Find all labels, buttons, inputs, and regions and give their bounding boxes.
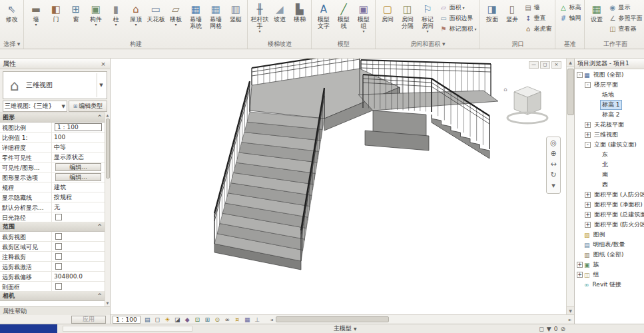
- property-input[interactable]: 1 : 100: [55, 123, 102, 131]
- property-section-header[interactable]: 范围^: [0, 222, 105, 232]
- area-boundary-button[interactable]: ▭面积边界: [438, 13, 478, 23]
- property-value[interactable]: 无: [52, 202, 105, 212]
- temp-view-icon[interactable]: ▦: [242, 316, 252, 324]
- render-icon[interactable]: ◆: [182, 316, 192, 324]
- edit-type-button[interactable]: ⊞ 编辑类型: [69, 101, 107, 112]
- stair-button[interactable]: ▙楼梯: [290, 1, 309, 39]
- steering-wheel-icon[interactable]: ◎: [550, 139, 557, 147]
- tree-item[interactable]: +三维视图: [575, 130, 644, 140]
- view-scale-button[interactable]: 1 : 100: [113, 316, 141, 324]
- scroll-left-icon[interactable]: ◄: [268, 317, 276, 322]
- tree-item[interactable]: 北: [575, 160, 644, 170]
- property-value[interactable]: [52, 252, 105, 261]
- property-value[interactable]: [52, 212, 105, 222]
- tree-item[interactable]: 西: [575, 180, 644, 190]
- tree-item[interactable]: 标高 2: [575, 110, 644, 120]
- show-workplane-button[interactable]: ◉显示: [607, 3, 643, 13]
- detail-level-icon[interactable]: ▤: [143, 316, 153, 324]
- property-value[interactable]: 304800.0: [52, 272, 105, 281]
- column-button[interactable]: ▮柱▾: [106, 1, 125, 39]
- property-section-header[interactable]: 相机^: [0, 292, 105, 301]
- railing-button[interactable]: ╫栏杆扶手▾: [250, 1, 269, 39]
- property-value[interactable]: [52, 242, 105, 251]
- restore-view-icon[interactable]: ◻: [540, 61, 550, 69]
- expand-icon[interactable]: +: [585, 132, 591, 138]
- shaft-button[interactable]: ▯竖井: [502, 1, 521, 39]
- tree-item[interactable]: 东: [575, 150, 644, 160]
- property-value[interactable]: [52, 232, 105, 241]
- sun-path-icon[interactable]: ☀: [162, 316, 172, 324]
- properties-help[interactable]: 属性帮助: [0, 306, 110, 315]
- lock-3d-icon[interactable]: ⊙: [212, 316, 222, 324]
- tag-area-button[interactable]: ⚑标记面积▾: [438, 24, 478, 34]
- select-toggle-icon[interactable]: ⊘: [560, 326, 565, 332]
- modify-cursor-button[interactable]: ⇖修改: [2, 1, 21, 39]
- tree-item[interactable]: 标高 1: [575, 100, 644, 110]
- floor-button[interactable]: ▱楼板▾: [166, 1, 185, 39]
- ceiling-button[interactable]: ▭天花板: [146, 1, 165, 39]
- property-value[interactable]: 按规程: [52, 192, 105, 202]
- orbit-icon[interactable]: ↻: [550, 171, 556, 179]
- close-view-icon[interactable]: ×: [551, 61, 561, 69]
- design-option-dropdown[interactable]: 主模型 ▼: [334, 324, 357, 333]
- wall-button[interactable]: ▬墙▾: [26, 1, 45, 39]
- property-value[interactable]: 编辑...: [52, 163, 105, 172]
- scroll-up-icon[interactable]: ▲: [567, 59, 575, 67]
- window-button[interactable]: ⊞窗: [66, 1, 85, 39]
- tree-item[interactable]: +面积平面 (人防分区面积): [575, 190, 644, 200]
- property-value[interactable]: [52, 262, 105, 271]
- tree-item[interactable]: +天花板平面: [575, 120, 644, 130]
- tag-room-button[interactable]: ⚐标记 房间▾: [418, 1, 437, 39]
- edit-button[interactable]: 编辑...: [55, 163, 101, 171]
- curtain-grid-button[interactable]: ▦幕墙 网格: [206, 1, 225, 39]
- drawing-area[interactable]: ⌂ —◻× ◎⊕↔↻▾ ▲ ▼ 1 : 100 ▤◻☀◪◆⊡⊞⊙∞¤▦⊥ ◄ ►: [111, 59, 574, 324]
- constraints-icon[interactable]: ⊥: [252, 316, 262, 324]
- property-value[interactable]: [52, 282, 105, 291]
- scrollbar-thumb[interactable]: [567, 69, 574, 115]
- wall-opening-button[interactable]: ▤墙: [522, 3, 553, 13]
- checkbox[interactable]: [55, 283, 62, 290]
- pan-icon[interactable]: ↔: [550, 161, 556, 168]
- property-value[interactable]: 编辑...: [52, 172, 105, 182]
- roof-button[interactable]: ⌂屋顶▾: [126, 1, 145, 39]
- shadows-icon[interactable]: ◪: [172, 316, 182, 324]
- checkbox[interactable]: [55, 233, 62, 240]
- chevron-down-icon[interactable]: ▼: [97, 73, 105, 97]
- area-button[interactable]: ▱面积▾: [438, 3, 478, 13]
- property-value[interactable]: 建筑: [52, 182, 105, 192]
- expand-icon[interactable]: +: [585, 192, 591, 198]
- checkbox[interactable]: [55, 263, 62, 270]
- tree-item[interactable]: 场地: [575, 90, 644, 100]
- expand-icon[interactable]: +: [577, 262, 583, 268]
- property-value[interactable]: 1 : 100: [52, 123, 105, 132]
- model-group-button[interactable]: ▣模型 组▾: [354, 1, 373, 39]
- room-button[interactable]: ▢房间: [378, 1, 397, 39]
- collapse-icon[interactable]: -: [577, 72, 583, 78]
- tree-item[interactable]: ∞Revit 链接: [575, 280, 644, 290]
- tree-item[interactable]: -▦视图 (全部): [575, 70, 644, 80]
- opening-by-face-button[interactable]: ◨按面: [482, 1, 501, 39]
- crop-view-icon[interactable]: ⊡: [192, 316, 202, 324]
- expand-icon[interactable]: +: [585, 212, 591, 218]
- viewer-button[interactable]: ◫查看器: [607, 24, 643, 34]
- zoom-icon[interactable]: ⊕: [550, 150, 556, 158]
- dormer-button[interactable]: ⌂老虎窗: [522, 24, 553, 34]
- tree-item[interactable]: 南: [575, 170, 644, 180]
- tree-item[interactable]: -立面 (建筑立面): [575, 140, 644, 150]
- crop-region-icon[interactable]: ⊞: [202, 316, 212, 324]
- editable-only-icon[interactable]: ◻: [539, 326, 543, 332]
- component-button[interactable]: ▣构件▾: [86, 1, 105, 39]
- ramp-button[interactable]: ◢坡道: [270, 1, 289, 39]
- scroll-down-icon[interactable]: ▼: [105, 300, 111, 306]
- tree-item[interactable]: ▥图纸 (全部): [575, 250, 644, 260]
- ref-plane-button[interactable]: ∠参照平面: [607, 13, 643, 23]
- tree-item[interactable]: -楼层平面: [575, 80, 644, 90]
- tree-item[interactable]: +◫组: [575, 270, 644, 280]
- property-value[interactable]: 100: [52, 133, 105, 142]
- set-workplane-button[interactable]: ▦设置: [587, 1, 606, 39]
- scroll-down-icon[interactable]: ▼: [567, 306, 575, 314]
- type-selector[interactable]: ⌂ 三维视图 ▼: [3, 71, 107, 99]
- expand-icon[interactable]: +: [585, 222, 591, 228]
- room-separator-button[interactable]: ◫房间 分隔: [398, 1, 417, 39]
- door-button[interactable]: ◧门: [46, 1, 65, 39]
